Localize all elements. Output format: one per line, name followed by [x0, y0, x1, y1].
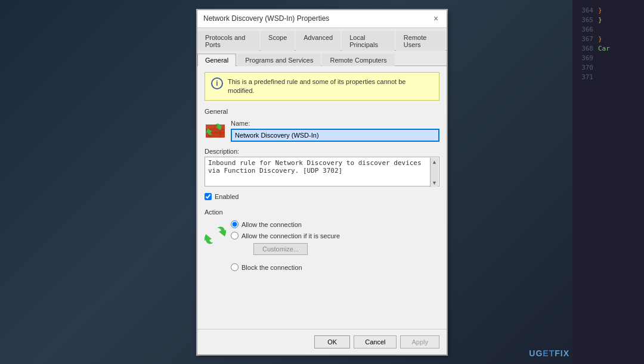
name-field-label: Name: — [231, 120, 439, 127]
customize-button[interactable]: Customize... — [253, 243, 308, 255]
radio-secure-label: Allow the connection if it is secure — [242, 232, 340, 239]
radio-group: Allow the connection Allow the connectio… — [231, 220, 439, 275]
enabled-label: Enabled — [215, 193, 239, 200]
info-banner-text: This is a predefined rule and some of it… — [228, 77, 433, 96]
radio-allow-connection: Allow the connection — [231, 220, 439, 228]
tabs-row-1: Protocols and Ports Scope Advanced Local… — [197, 28, 447, 51]
dialog-title: Network Discovery (WSD-In) Properties — [203, 14, 329, 23]
tabs-row-2: General Programs and Services Remote Com… — [197, 51, 447, 66]
action-arrows-svg — [205, 220, 226, 250]
firewall-svg — [205, 120, 226, 141]
enabled-checkbox[interactable] — [205, 193, 212, 200]
svg-rect-3 — [206, 125, 215, 129]
radio-allow-if-secure: Allow the connection if it is secure — [231, 232, 439, 239]
name-input[interactable] — [231, 129, 439, 142]
action-row: Allow the connection Allow the connectio… — [205, 220, 439, 275]
tab-remote-computers[interactable]: Remote Computers — [322, 54, 394, 66]
radio-block-connection: Block the connection — [231, 263, 439, 271]
name-field-group: Name: — [231, 120, 439, 142]
radio-allow-input[interactable] — [231, 220, 239, 228]
dialog-titlebar: Network Discovery (WSD-In) Properties × — [197, 10, 447, 28]
enabled-checkbox-row: Enabled — [205, 193, 439, 200]
ok-button[interactable]: OK — [314, 335, 350, 349]
dialog-footer: OK Cancel Apply — [197, 329, 447, 354]
description-textarea[interactable]: Inbound rule for Network Discovery to di… — [205, 157, 439, 186]
info-icon: i — [211, 77, 223, 89]
dialog-body: i This is a predefined rule and some of … — [197, 66, 447, 329]
cancel-button[interactable]: Cancel — [354, 335, 397, 349]
close-button[interactable]: × — [431, 14, 441, 23]
properties-dialog: Network Discovery (WSD-In) Properties × … — [197, 10, 447, 355]
radio-secure-input[interactable] — [231, 232, 239, 239]
tab-scope[interactable]: Scope — [261, 31, 295, 51]
tab-local-principals[interactable]: Local Principals — [342, 31, 395, 51]
action-section-label: Action — [205, 209, 439, 216]
general-section-label: General — [205, 108, 439, 115]
firewall-icon — [205, 120, 226, 141]
action-section: Action — [205, 209, 439, 275]
scrollbar-down-icon[interactable]: ▼ — [432, 180, 437, 186]
general-section: General — [205, 108, 439, 200]
description-label: Description: — [205, 148, 439, 155]
tab-general[interactable]: General — [197, 54, 236, 66]
tab-advanced[interactable]: Advanced — [296, 31, 340, 51]
apply-button[interactable]: Apply — [400, 335, 439, 349]
description-group: Description: Inbound rule for Network Di… — [205, 148, 439, 188]
tab-programs-and-services[interactable]: Programs and Services — [237, 54, 321, 66]
info-banner: i This is a predefined rule and some of … — [205, 72, 439, 101]
radio-block-input[interactable] — [231, 263, 239, 271]
action-icon — [205, 220, 226, 250]
scrollbar-up-icon[interactable]: ▲ — [432, 159, 437, 165]
tab-protocols-and-ports[interactable]: Protocols and Ports — [197, 31, 259, 51]
name-row: Name: — [205, 120, 439, 142]
radio-block-label: Block the connection — [242, 264, 302, 271]
tab-remote-users[interactable]: Remote Users — [396, 31, 445, 51]
dialog-overlay: Network Discovery (WSD-In) Properties × … — [0, 0, 644, 364]
radio-allow-label: Allow the connection — [242, 221, 302, 228]
